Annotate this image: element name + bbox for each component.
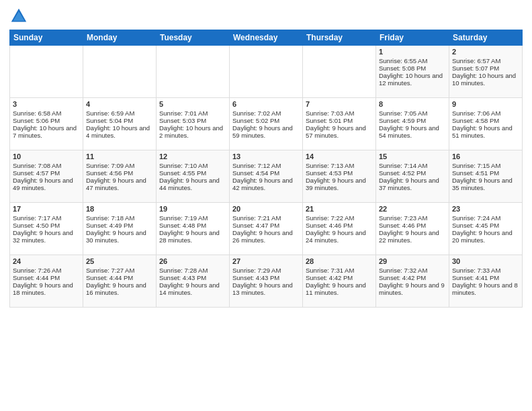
day-number: 3 bbox=[13, 100, 80, 108]
calendar-cell: 7Sunrise: 7:03 AMSunset: 5:01 PMDaylight… bbox=[303, 98, 376, 150]
day-info: Sunset: 4:54 PM bbox=[232, 169, 300, 177]
day-info: Daylight: 9 hours and 44 minutes. bbox=[159, 177, 226, 191]
calendar-cell: 9Sunrise: 7:06 AMSunset: 4:58 PMDaylight… bbox=[449, 98, 523, 150]
day-info: Daylight: 9 hours and 8 minutes. bbox=[452, 281, 519, 296]
day-number: 29 bbox=[379, 257, 446, 265]
calendar-cell: 12Sunrise: 7:10 AMSunset: 4:55 PMDayligh… bbox=[157, 150, 230, 203]
calendar-cell: 4Sunrise: 6:59 AMSunset: 5:04 PMDaylight… bbox=[83, 98, 157, 150]
day-info: Sunrise: 7:27 AM bbox=[86, 267, 153, 274]
day-info: Sunrise: 7:33 AM bbox=[452, 267, 519, 274]
day-number: 16 bbox=[452, 152, 519, 161]
day-info: Sunrise: 7:32 AM bbox=[379, 267, 446, 274]
day-number: 30 bbox=[452, 257, 519, 265]
day-number: 21 bbox=[306, 205, 373, 213]
day-info: Sunset: 4:46 PM bbox=[379, 222, 446, 229]
day-info: Sunrise: 7:12 AM bbox=[232, 162, 300, 169]
day-number: 12 bbox=[159, 152, 226, 161]
day-info: Sunrise: 7:23 AM bbox=[379, 214, 446, 222]
calendar-week-row: 1Sunrise: 6:55 AMSunset: 5:08 PMDaylight… bbox=[10, 46, 523, 98]
day-info: Sunset: 4:55 PM bbox=[159, 169, 226, 177]
day-info: Sunset: 4:41 PM bbox=[452, 274, 519, 281]
day-number: 2 bbox=[452, 48, 519, 56]
day-info: Sunrise: 7:02 AM bbox=[232, 109, 300, 117]
day-info: Daylight: 9 hours and 35 minutes. bbox=[452, 177, 519, 191]
calendar-table: SundayMondayTuesdayWednesdayThursdayFrid… bbox=[9, 30, 523, 308]
day-info: Sunset: 5:06 PM bbox=[13, 117, 80, 124]
day-info: Daylight: 10 hours and 2 minutes. bbox=[159, 124, 226, 139]
calendar-cell: 2Sunrise: 6:57 AMSunset: 5:07 PMDaylight… bbox=[449, 46, 523, 98]
calendar-header-friday: Friday bbox=[376, 30, 449, 46]
day-info: Daylight: 9 hours and 13 minutes. bbox=[232, 281, 300, 296]
day-info: Sunset: 4:56 PM bbox=[86, 169, 153, 177]
day-info: Sunset: 5:08 PM bbox=[379, 64, 446, 72]
calendar-cell: 1Sunrise: 6:55 AMSunset: 5:08 PMDaylight… bbox=[376, 46, 449, 98]
day-info: Sunrise: 7:28 AM bbox=[159, 267, 226, 274]
day-number: 24 bbox=[13, 257, 80, 265]
day-info: Daylight: 9 hours and 57 minutes. bbox=[306, 124, 373, 139]
logo-icon bbox=[9, 7, 28, 26]
calendar-cell: 27Sunrise: 7:29 AMSunset: 4:43 PMDayligh… bbox=[230, 255, 303, 308]
day-info: Sunset: 4:47 PM bbox=[232, 222, 300, 229]
day-info: Sunrise: 7:08 AM bbox=[13, 162, 80, 169]
calendar-cell: 6Sunrise: 7:02 AMSunset: 5:02 PMDaylight… bbox=[230, 98, 303, 150]
calendar-cell: 10Sunrise: 7:08 AMSunset: 4:57 PMDayligh… bbox=[10, 150, 83, 203]
calendar-cell: 19Sunrise: 7:19 AMSunset: 4:48 PMDayligh… bbox=[157, 203, 230, 255]
day-info: Daylight: 9 hours and 47 minutes. bbox=[86, 177, 153, 191]
day-number: 27 bbox=[232, 257, 300, 265]
calendar-week-row: 24Sunrise: 7:26 AMSunset: 4:44 PMDayligh… bbox=[10, 255, 523, 308]
day-number: 4 bbox=[86, 100, 153, 108]
day-info: Sunrise: 7:29 AM bbox=[232, 267, 300, 274]
calendar-header-row: SundayMondayTuesdayWednesdayThursdayFrid… bbox=[10, 30, 523, 46]
day-info: Daylight: 9 hours and 59 minutes. bbox=[232, 124, 300, 139]
day-number: 17 bbox=[13, 205, 80, 213]
day-info: Sunrise: 7:05 AM bbox=[379, 109, 446, 117]
day-number: 18 bbox=[86, 205, 153, 213]
logo bbox=[9, 7, 31, 26]
day-info: Sunrise: 7:19 AM bbox=[159, 214, 226, 222]
day-info: Daylight: 10 hours and 12 minutes. bbox=[379, 72, 446, 87]
calendar-week-row: 17Sunrise: 7:17 AMSunset: 4:50 PMDayligh… bbox=[10, 203, 523, 255]
day-info: Sunset: 5:04 PM bbox=[86, 117, 153, 124]
page: SundayMondayTuesdayWednesdayThursdayFrid… bbox=[0, 0, 532, 314]
day-info: Sunrise: 7:31 AM bbox=[306, 267, 373, 274]
day-number: 28 bbox=[306, 257, 373, 265]
day-number: 14 bbox=[306, 152, 373, 161]
calendar-cell: 11Sunrise: 7:09 AMSunset: 4:56 PMDayligh… bbox=[83, 150, 157, 203]
day-info: Daylight: 9 hours and 42 minutes. bbox=[232, 177, 300, 191]
calendar-cell: 26Sunrise: 7:28 AMSunset: 4:43 PMDayligh… bbox=[157, 255, 230, 308]
calendar-header-thursday: Thursday bbox=[303, 30, 376, 46]
calendar-cell: 15Sunrise: 7:14 AMSunset: 4:52 PMDayligh… bbox=[376, 150, 449, 203]
day-info: Daylight: 9 hours and 28 minutes. bbox=[159, 229, 226, 244]
calendar-cell: 17Sunrise: 7:17 AMSunset: 4:50 PMDayligh… bbox=[10, 203, 83, 255]
day-info: Sunset: 5:03 PM bbox=[159, 117, 226, 124]
calendar-cell: 13Sunrise: 7:12 AMSunset: 4:54 PMDayligh… bbox=[230, 150, 303, 203]
calendar-cell bbox=[83, 46, 157, 98]
header bbox=[9, 7, 523, 26]
day-info: Sunset: 4:49 PM bbox=[86, 222, 153, 229]
day-number: 22 bbox=[379, 205, 446, 213]
day-info: Sunset: 5:07 PM bbox=[452, 64, 519, 72]
day-info: Daylight: 9 hours and 11 minutes. bbox=[306, 281, 373, 296]
calendar-week-row: 10Sunrise: 7:08 AMSunset: 4:57 PMDayligh… bbox=[10, 150, 523, 203]
day-info: Sunrise: 7:01 AM bbox=[159, 109, 226, 117]
day-info: Sunrise: 7:09 AM bbox=[86, 162, 153, 169]
day-number: 20 bbox=[232, 205, 300, 213]
day-number: 9 bbox=[452, 100, 519, 108]
calendar-header-wednesday: Wednesday bbox=[230, 30, 303, 46]
day-info: Daylight: 9 hours and 20 minutes. bbox=[452, 229, 519, 244]
calendar-cell: 3Sunrise: 6:58 AMSunset: 5:06 PMDaylight… bbox=[10, 98, 83, 150]
calendar-cell: 24Sunrise: 7:26 AMSunset: 4:44 PMDayligh… bbox=[10, 255, 83, 308]
day-info: Sunrise: 6:59 AM bbox=[86, 109, 153, 117]
calendar-cell: 8Sunrise: 7:05 AMSunset: 4:59 PMDaylight… bbox=[376, 98, 449, 150]
day-info: Daylight: 9 hours and 37 minutes. bbox=[379, 177, 446, 191]
calendar-cell bbox=[303, 46, 376, 98]
day-info: Sunset: 5:01 PM bbox=[306, 117, 373, 124]
calendar-cell: 29Sunrise: 7:32 AMSunset: 4:42 PMDayligh… bbox=[376, 255, 449, 308]
day-info: Sunset: 4:42 PM bbox=[306, 274, 373, 281]
calendar-week-row: 3Sunrise: 6:58 AMSunset: 5:06 PMDaylight… bbox=[10, 98, 523, 150]
day-info: Sunrise: 6:57 AM bbox=[452, 57, 519, 64]
day-number: 6 bbox=[232, 100, 300, 108]
day-number: 19 bbox=[159, 205, 226, 213]
calendar-header-monday: Monday bbox=[83, 30, 157, 46]
day-info: Sunset: 4:51 PM bbox=[452, 169, 519, 177]
